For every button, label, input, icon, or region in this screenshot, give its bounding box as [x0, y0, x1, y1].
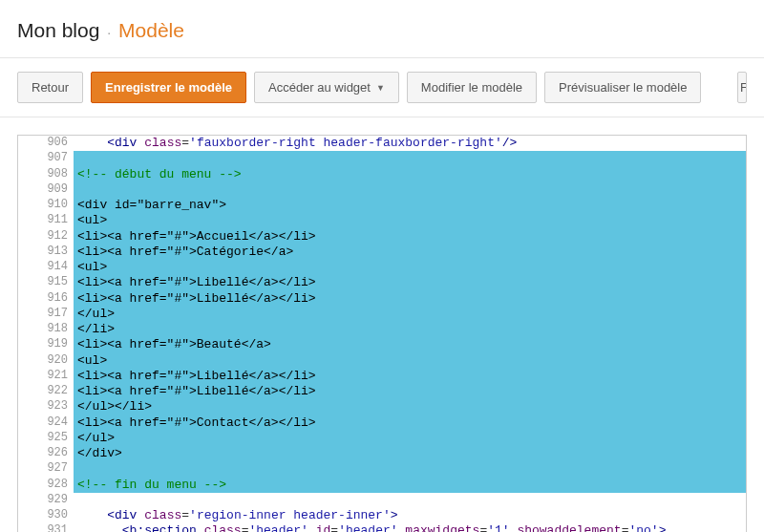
code-line[interactable]: 908<!-- début du menu --> — [18, 167, 746, 182]
code-line[interactable]: 914<ul> — [18, 260, 746, 275]
code-content[interactable]: <ul> — [74, 260, 746, 275]
code-line[interactable]: 917</ul> — [18, 307, 746, 322]
code-line[interactable]: 915<li><a href="#">Libellé</a></li> — [18, 275, 746, 290]
code-content[interactable]: <li><a href="#">Libellé</a></li> — [74, 275, 746, 290]
line-number: 919 — [18, 337, 74, 352]
code-content[interactable]: <!-- début du menu --> — [74, 167, 746, 182]
code-content[interactable]: <!-- fin du menu --> — [74, 478, 746, 493]
code-line[interactable]: 930 <div class='region-inner header-inne… — [18, 508, 746, 523]
code-line[interactable]: 927 — [18, 461, 746, 477]
preview-template-button[interactable]: Prévisualiser le modèle — [544, 72, 701, 103]
line-number: 916 — [18, 291, 74, 307]
code-content[interactable]: </ul> — [74, 431, 746, 446]
line-number: 915 — [18, 275, 74, 290]
code-editor[interactable]: 906 <div class='fauxborder-right header-… — [17, 135, 747, 532]
widget-dropdown-button[interactable]: Accéder au widget ▼ — [254, 72, 399, 103]
code-line[interactable]: 909 — [18, 182, 746, 198]
code-content[interactable]: <b:section class='header' id='header' ma… — [74, 523, 746, 532]
line-number: 914 — [18, 260, 74, 275]
code-content[interactable]: <li><a href="#">Accueil</a></li> — [74, 229, 746, 245]
code-content[interactable]: <div class='region-inner header-inner'> — [74, 508, 746, 523]
line-number: 928 — [18, 478, 74, 493]
line-number: 913 — [18, 245, 74, 260]
code-content[interactable]: <div class='fauxborder-right header-faux… — [74, 136, 746, 151]
code-line[interactable]: 906 <div class='fauxborder-right header-… — [18, 136, 746, 151]
line-number: 906 — [18, 136, 74, 151]
code-content[interactable]: <li><a href="#">Libellé</a></li> — [74, 384, 746, 399]
line-number: 907 — [18, 151, 74, 166]
line-number: 917 — [18, 307, 74, 322]
code-content[interactable]: </ul></li> — [74, 399, 746, 415]
line-number: 918 — [18, 322, 74, 337]
save-template-button[interactable]: Enregistrer le modèle — [91, 72, 246, 103]
code-content[interactable]: <li><a href="#">Contact</a></li> — [74, 415, 746, 431]
line-number: 931 — [18, 523, 74, 532]
code-content[interactable] — [74, 493, 746, 508]
line-number: 923 — [18, 399, 74, 415]
code-line[interactable]: 921<li><a href="#">Libellé</a></li> — [18, 369, 746, 384]
line-number: 929 — [18, 493, 74, 508]
back-button[interactable]: Retour — [17, 72, 83, 103]
code-line[interactable]: 919<li><a href="#">Beauté</a> — [18, 337, 746, 352]
code-content[interactable]: </div> — [74, 446, 746, 461]
code-line[interactable]: 929 — [18, 493, 746, 508]
code-content[interactable] — [74, 461, 746, 477]
code-content[interactable] — [74, 182, 746, 198]
edit-template-button[interactable]: Modifier le modèle — [407, 72, 537, 103]
page-section-title: Modèle — [118, 19, 184, 41]
code-line[interactable]: 912<li><a href="#">Accueil</a></li> — [18, 229, 746, 245]
code-line[interactable]: 923</ul></li> — [18, 399, 746, 415]
right-cut-button[interactable]: F — [737, 72, 747, 103]
blog-title: Mon blog — [17, 19, 99, 41]
code-content[interactable]: <li><a href="#">Beauté</a> — [74, 337, 746, 352]
line-number: 925 — [18, 431, 74, 446]
code-line[interactable]: 928<!-- fin du menu --> — [18, 478, 746, 493]
code-content[interactable]: <li><a href="#">Libellé</a></li> — [74, 291, 746, 307]
toolbar: Retour Enregistrer le modèle Accéder au … — [0, 57, 764, 117]
widget-button-label: Accéder au widget — [268, 80, 371, 95]
code-content[interactable]: <li><a href="#">Catégorie</a> — [74, 245, 746, 260]
code-content[interactable]: </li> — [74, 322, 746, 337]
line-number: 909 — [18, 182, 74, 198]
page-header: Mon blog · Modèle — [0, 0, 764, 57]
title-sep: · — [107, 25, 111, 40]
code-line[interactable]: 910<div id="barre_nav"> — [18, 198, 746, 213]
line-number: 921 — [18, 369, 74, 384]
code-line[interactable]: 916<li><a href="#">Libellé</a></li> — [18, 291, 746, 307]
line-number: 930 — [18, 508, 74, 523]
line-number: 920 — [18, 353, 74, 369]
code-line[interactable]: 925</ul> — [18, 431, 746, 446]
line-number: 922 — [18, 384, 74, 399]
code-line[interactable]: 913<li><a href="#">Catégorie</a> — [18, 245, 746, 260]
code-content[interactable]: <ul> — [74, 353, 746, 369]
code-content[interactable]: </ul> — [74, 307, 746, 322]
line-number: 912 — [18, 229, 74, 245]
code-line[interactable]: 922<li><a href="#">Libellé</a></li> — [18, 384, 746, 399]
line-number: 927 — [18, 461, 74, 477]
chevron-down-icon: ▼ — [376, 83, 385, 93]
line-number: 911 — [18, 213, 74, 228]
code-line[interactable]: 918</li> — [18, 322, 746, 337]
code-content[interactable]: <ul> — [74, 213, 746, 228]
code-line[interactable]: 920<ul> — [18, 353, 746, 369]
code-line[interactable]: 911<ul> — [18, 213, 746, 228]
line-number: 908 — [18, 167, 74, 182]
code-line[interactable]: 926</div> — [18, 446, 746, 461]
code-content[interactable]: <div id="barre_nav"> — [74, 198, 746, 213]
code-line[interactable]: 931 <b:section class='header' id='header… — [18, 523, 746, 532]
code-line[interactable]: 924<li><a href="#">Contact</a></li> — [18, 415, 746, 431]
code-content[interactable]: <li><a href="#">Libellé</a></li> — [74, 369, 746, 384]
line-number: 926 — [18, 446, 74, 461]
line-number: 910 — [18, 198, 74, 213]
code-line[interactable]: 907 — [18, 151, 746, 166]
line-number: 924 — [18, 415, 74, 431]
code-content[interactable] — [74, 151, 746, 166]
